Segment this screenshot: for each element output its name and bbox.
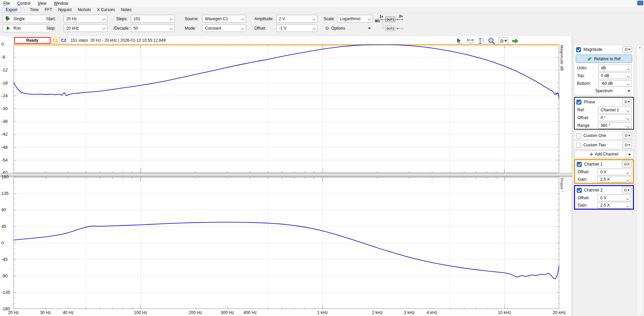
plot-splitter-handle[interactable] <box>0 173 572 177</box>
gear-icon: ⚙ <box>624 162 628 167</box>
phase-offset-combo[interactable]: 0 ° <box>598 114 632 121</box>
dropdown-caret-icon <box>628 189 630 191</box>
x-tick-label: 4 kHz <box>427 310 437 315</box>
tab-fft[interactable]: FFT <box>42 7 55 12</box>
svg-text:W1: W1 <box>375 19 380 23</box>
per-decade-combo[interactable]: 50 <box>131 24 175 32</box>
channel1-gain-combo[interactable]: 2.5 X <box>598 176 631 183</box>
mode-combo[interactable]: Constant <box>202 24 246 32</box>
custom-one-checkbox[interactable] <box>576 133 581 138</box>
channel2-offset-combo[interactable]: 0 V <box>598 195 631 201</box>
phase-plot[interactable] <box>13 177 559 309</box>
chevron-down-icon <box>626 204 630 208</box>
relative-to-ref-button[interactable]: ✔ Relative to Ref <box>576 55 632 63</box>
dropdown-caret-icon <box>368 28 371 29</box>
svg-text:DUT2: DUT2 <box>387 27 394 30</box>
pointer-tool-icon[interactable] <box>456 38 463 44</box>
dropdown-caret-icon <box>628 101 630 103</box>
range-combo[interactable]: 360 ° <box>598 122 632 129</box>
custom-one-group: Custom One ⚙ <box>574 131 634 140</box>
tab-nyquist[interactable]: Nyquist <box>55 7 75 12</box>
run-play-icon <box>6 26 11 31</box>
channel2-gear-button[interactable]: ⚙ <box>622 187 632 194</box>
bottom-label: Bottom: <box>577 81 598 86</box>
gear-icon: ⚙ <box>500 38 504 44</box>
waveforms-network-analyzer-window: FileControlViewWindow Export TimeFFTNyqu… <box>0 0 644 316</box>
green-arrow-icon[interactable] <box>511 38 519 44</box>
tab-export[interactable]: Export <box>2 7 21 13</box>
gear-icon: ⚙ <box>624 47 628 52</box>
scale-combo[interactable]: Logarithmic <box>337 15 373 23</box>
tab-x-cursors[interactable]: X Cursors <box>94 7 118 12</box>
acquisition-toolbar: 1 Single Start: 20 Hz Steps: 151 Source:… <box>0 13 644 37</box>
magnitude-gear-button[interactable]: ⚙ <box>622 46 632 53</box>
x-tick-label: 40 Hz <box>63 310 74 315</box>
options-button[interactable]: ⚙ Options <box>323 24 373 32</box>
run-button[interactable]: Run <box>3 24 50 32</box>
chevron-down-icon <box>627 74 630 78</box>
custom-one-label: Custom One <box>583 133 606 138</box>
custom-one-gear-button[interactable]: ⚙ <box>622 132 632 139</box>
menu-view[interactable]: View <box>38 1 46 6</box>
channel1-tab[interactable]: C1 <box>51 37 60 44</box>
scale-label: Scale: <box>324 15 335 23</box>
channel1-gear-button[interactable]: ⚙ <box>622 161 632 168</box>
magnitude-plot[interactable] <box>13 44 559 173</box>
x-tick-label: 300 Hz <box>221 310 234 315</box>
channel2-gain-combo[interactable]: 2.5 X <box>598 202 631 209</box>
menu-window[interactable]: Window <box>54 1 68 6</box>
single-button[interactable]: 1 Single <box>3 15 50 23</box>
units-combo[interactable]: dB <box>598 65 632 71</box>
amplitude-combo[interactable]: 2 V <box>276 15 318 23</box>
x-tick-label: 2 kHz <box>372 310 383 315</box>
dropdown-caret-icon <box>628 49 630 50</box>
magnitude-checkbox[interactable] <box>576 47 581 52</box>
phase-gear-button[interactable]: ⚙ <box>622 99 632 105</box>
custom-two-label: Custom Two <box>583 143 606 147</box>
horizontal-measure-icon[interactable] <box>466 38 474 44</box>
channel2-tab[interactable]: C2 <box>60 37 68 44</box>
wavegen-dut-diagram: 1+ W1 DUT1 2+ DUT2 <box>374 14 406 34</box>
channel1-group-label: Channel 1 <box>584 162 603 167</box>
window-control-icon[interactable] <box>637 1 643 5</box>
y-tick-label: 135 <box>1 191 9 196</box>
start-combo[interactable]: 20 Hz <box>64 15 107 23</box>
tab-time[interactable]: Time <box>27 7 42 12</box>
per-decade-label: /Decade: <box>113 24 130 32</box>
menu-control[interactable]: Control <box>17 1 30 6</box>
dropdown-caret-icon <box>628 135 630 136</box>
gear-icon: ⚙ <box>624 188 628 192</box>
chevron-down-icon <box>626 178 630 182</box>
dropdown-caret-icon <box>504 40 507 42</box>
magnitude-group: Magnitude ⚙ ✔ Relative to Ref Units:dB T… <box>574 45 634 95</box>
dropdown-caret-icon <box>628 164 630 165</box>
custom-two-gear-button[interactable]: ⚙ <box>622 142 632 148</box>
tab-notes[interactable]: Notes <box>118 7 135 12</box>
dropdown-caret-icon <box>628 144 630 146</box>
check-icon: ✔ <box>587 56 592 62</box>
add-channel-button[interactable]: + Add Channel <box>574 150 634 158</box>
stop-combo[interactable]: 20 kHz <box>64 24 107 32</box>
channel2-checkbox[interactable] <box>577 188 582 193</box>
phase-checkbox[interactable] <box>576 100 581 105</box>
spectrum-dropdown[interactable]: Spectrum <box>574 87 634 94</box>
zoom-icon[interactable] <box>488 37 495 45</box>
top-combo[interactable]: 0 dB <box>598 72 632 79</box>
tab-separator <box>24 7 24 12</box>
tab-nichols[interactable]: Nichols <box>75 7 94 12</box>
steps-combo[interactable]: 151 <box>131 15 175 23</box>
plus-icon: + <box>590 151 593 157</box>
channel1-checkbox[interactable] <box>577 162 582 167</box>
ref-combo[interactable]: Channel 1 <box>598 107 632 113</box>
menu-file[interactable]: File <box>3 1 10 6</box>
panel-scrollbar[interactable]: ▲ <box>637 44 643 315</box>
bottom-combo[interactable]: -60 dB <box>598 80 632 87</box>
run-button-label: Run <box>13 26 21 31</box>
source-combo[interactable]: Wavegen C1 <box>202 15 246 23</box>
channel1-offset-combo[interactable]: 0 V <box>598 169 631 175</box>
x-tick-label: 10 kHz <box>498 310 511 315</box>
plot-options-gear-button[interactable]: ⚙ <box>498 37 508 45</box>
custom-two-checkbox[interactable] <box>576 143 581 148</box>
offset-combo[interactable]: -1 V <box>276 24 318 32</box>
vertical-measure-icon[interactable] <box>477 38 485 44</box>
